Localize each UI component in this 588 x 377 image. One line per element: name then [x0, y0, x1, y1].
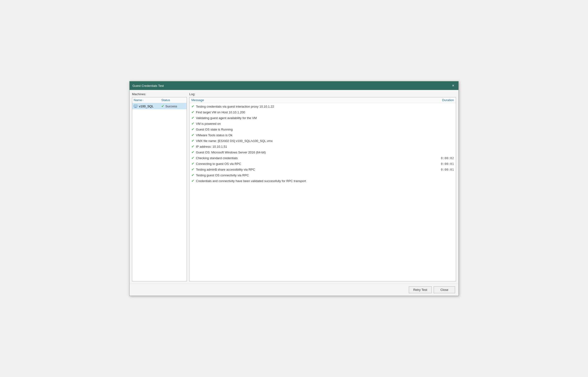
log-message-text: IP address: 10.10.1.51: [196, 145, 454, 148]
log-entry: ✔IP address: 10.10.1.51: [189, 144, 456, 149]
log-check-icon: ✔: [191, 150, 194, 154]
log-entry: ✔Find target VM on Host 10.10.1.200: [189, 109, 456, 115]
log-message-text: VM is powered on: [196, 122, 454, 126]
log-entry: ✔Guest OS state is Running: [189, 127, 456, 132]
log-check-icon: ✔: [191, 133, 194, 137]
log-check-icon: ✔: [191, 156, 194, 160]
log-message-text: Guest OS: Microsoft Windows Server 2016 …: [196, 151, 454, 154]
guest-credentials-dialog: Guest Credentials Test × Machines: Name↑…: [129, 81, 459, 296]
retry-test-button[interactable]: Retry Test: [409, 286, 432, 293]
log-panel: Message Duration ✔Testing credentials vi…: [189, 97, 456, 281]
log-duration-value: 0:00:01: [430, 162, 454, 165]
footer: Retry Test Close: [129, 284, 459, 296]
log-message-text: Checking standard credentials: [196, 156, 430, 160]
machine-status: ✔ Success: [161, 104, 185, 108]
main-content: Machines: Name↑ Status: [129, 90, 459, 284]
log-entry: ✔Checking standard credentials0:00:02: [189, 155, 456, 161]
log-message-text: Testing guest OS connectivity via RPC: [196, 174, 454, 177]
log-header: Message Duration: [189, 97, 456, 103]
vm-icon: [134, 104, 138, 108]
log-check-icon: ✔: [191, 173, 194, 177]
machines-panel: Name↑ Status v100: [132, 97, 187, 281]
log-message-text: Credentials and connectivity have been v…: [196, 179, 454, 183]
machines-header: Name↑ Status: [132, 97, 187, 103]
log-message-text: VMware Tools status is Ok: [196, 133, 454, 137]
log-entry: ✔Validating guest agent availability for…: [189, 115, 456, 121]
log-check-icon: ✔: [191, 139, 194, 143]
log-col-duration-header: Duration: [430, 98, 454, 102]
log-check-icon: ✔: [191, 116, 194, 120]
log-message-text: Testing credentials via guest interactio…: [196, 105, 454, 108]
log-entry: ✔VMX file name: [ESXi02 DS] v100_SQL/v10…: [189, 138, 456, 144]
log-check-icon: ✔: [191, 162, 194, 166]
log-entry: ✔Connecting to guest OS via RPC0:00:01: [189, 161, 456, 166]
col-status-header[interactable]: Status: [161, 98, 185, 102]
close-button[interactable]: Close: [434, 286, 455, 293]
machines-section: Machines: Name↑ Status: [132, 92, 187, 281]
machine-name: v100_SQL: [139, 105, 161, 108]
svg-rect-3: [134, 108, 137, 108]
col-name-header[interactable]: Name↑: [134, 98, 161, 102]
log-entry: ✔Testing guest OS connectivity via RPC: [189, 172, 456, 178]
log-section: Log: Message Duration ✔Testing credentia…: [189, 92, 456, 281]
log-message-text: Find target VM on Host 10.10.1.200: [196, 110, 454, 114]
log-entry: ✔Credentials and connectivity have been …: [189, 178, 456, 184]
log-duration-value: 0:00:01: [430, 168, 454, 171]
log-message-text: Guest OS state is Running: [196, 128, 454, 131]
close-icon[interactable]: ×: [451, 83, 456, 88]
log-check-icon: ✔: [191, 110, 194, 114]
machine-row[interactable]: v100_SQL ✔ Success: [132, 103, 187, 109]
log-entries: ✔Testing credentials via guest interacti…: [189, 103, 456, 281]
dialog-title: Guest Credentials Test: [132, 84, 164, 88]
log-entry: ✔Testing credentials via guest interacti…: [189, 104, 456, 109]
log-check-icon: ✔: [191, 144, 194, 149]
success-icon: ✔: [161, 104, 165, 108]
log-message-text: Testing admin$ share accessibility via R…: [196, 168, 430, 171]
log-message-text: Validating guest agent availability for …: [196, 116, 454, 120]
svg-rect-1: [134, 105, 137, 107]
log-message-text: Connecting to guest OS via RPC: [196, 162, 430, 165]
title-bar: Guest Credentials Test ×: [129, 81, 459, 90]
machines-label: Machines:: [132, 92, 187, 96]
dialog-body: Machines: Name↑ Status: [129, 90, 459, 296]
log-check-icon: ✔: [191, 179, 194, 183]
log-col-message-header: Message: [191, 98, 430, 102]
log-check-icon: ✔: [191, 104, 194, 108]
svg-rect-2: [135, 107, 136, 108]
log-entry: ✔Testing admin$ share accessibility via …: [189, 166, 456, 172]
log-check-icon: ✔: [191, 121, 194, 126]
log-check-icon: ✔: [191, 127, 194, 131]
log-entry: ✔VMware Tools status is Ok: [189, 132, 456, 138]
log-entry: ✔VM is powered on: [189, 121, 456, 127]
log-duration-value: 0:00:02: [430, 156, 454, 160]
log-check-icon: ✔: [191, 167, 194, 172]
log-entry: ✔Guest OS: Microsoft Windows Server 2016…: [189, 149, 456, 155]
log-message-text: VMX file name: [ESXi02 DS] v100_SQL/v100…: [196, 139, 454, 143]
log-label: Log:: [189, 92, 456, 96]
